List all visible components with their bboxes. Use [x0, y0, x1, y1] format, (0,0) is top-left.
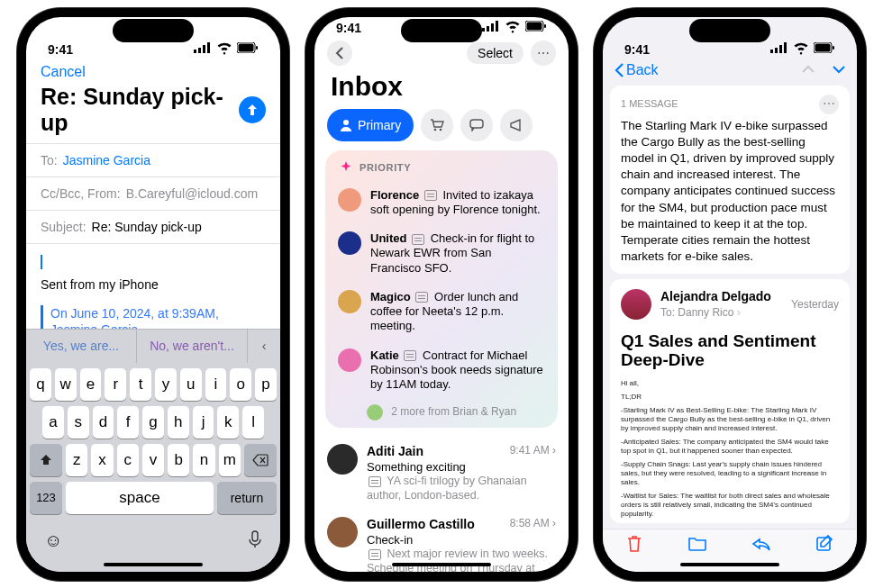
subject-field[interactable]: Subject: Re: Sunday pick-up — [26, 210, 280, 243]
to-field[interactable]: To: Jasmine Garcia — [26, 143, 280, 176]
back-label: Back — [626, 62, 659, 78]
status-indicators — [482, 17, 547, 35]
predictive-bar: Yes, we are... No, we aren't... ‹ — [26, 329, 280, 363]
key-d[interactable]: d — [93, 406, 114, 439]
cancel-button[interactable]: Cancel — [41, 64, 86, 80]
screen: 9:41 Back 1 MESSAGE — [603, 17, 857, 572]
emoji-key[interactable]: ☺ — [44, 530, 62, 552]
delete-button[interactable] — [625, 534, 643, 557]
backspace-key[interactable] — [244, 444, 277, 476]
compose-body[interactable]: Sent from my iPhone On June 10, 2024, at… — [26, 243, 280, 329]
home-indicator[interactable] — [680, 563, 779, 566]
predictions-collapse[interactable]: ‹ — [248, 330, 280, 363]
message-count: 1 MESSAGE — [621, 97, 678, 111]
key-l[interactable]: l — [242, 406, 264, 439]
key-m[interactable]: m — [219, 444, 241, 476]
key-w[interactable]: w — [55, 368, 77, 401]
cellular-icon — [194, 39, 212, 57]
key-f[interactable]: f — [117, 406, 139, 439]
prediction-0[interactable]: Yes, we are... — [26, 330, 137, 363]
svg-rect-10 — [491, 23, 494, 32]
key-e[interactable]: e — [80, 368, 102, 401]
compose-button[interactable] — [815, 534, 835, 557]
svg-rect-8 — [482, 28, 485, 32]
key-r[interactable]: r — [105, 368, 126, 401]
category-transactions[interactable] — [421, 109, 453, 141]
key-s[interactable]: s — [68, 406, 89, 439]
more-button[interactable]: ⋯ — [531, 41, 556, 66]
priority-more[interactable]: 2 more from Brian & Ryan — [336, 399, 547, 421]
key-o[interactable]: o — [230, 368, 251, 401]
avatar — [327, 444, 358, 475]
numbers-key[interactable]: 123 — [30, 482, 62, 514]
return-key[interactable]: return — [217, 482, 277, 514]
key-y[interactable]: y — [155, 368, 177, 401]
priority-row[interactable]: Magico Order lunch and coffee for Neeta'… — [336, 283, 547, 341]
key-q[interactable]: q — [30, 368, 51, 401]
cart-icon — [430, 119, 444, 131]
priority-row[interactable]: United Check-in for flight to Newark EWR… — [336, 224, 547, 283]
key-v[interactable]: v — [142, 444, 164, 476]
priority-row[interactable]: Katie Contract for Michael Robinson's bo… — [336, 341, 547, 400]
body-line: TL;DR — [621, 393, 839, 402]
sender-name: Alejandra Delgado — [660, 288, 771, 305]
back-button[interactable]: Back — [614, 62, 659, 78]
ccbcc-field[interactable]: Cc/Bcc, From: B.Careyful@icloud.com — [26, 176, 280, 210]
svg-rect-1 — [198, 48, 201, 53]
send-button[interactable] — [239, 96, 266, 123]
reply-icon — [751, 536, 771, 552]
space-key[interactable]: space — [66, 482, 214, 514]
key-k[interactable]: k — [217, 406, 239, 439]
message-item[interactable]: Aditi Jain 9:41 AM › Something exciting … — [327, 437, 556, 510]
priority-row[interactable]: Florence Invited to izakaya soft opening… — [336, 181, 547, 225]
to-value[interactable]: Danny Rico — [678, 306, 733, 319]
prediction-1[interactable]: No, we aren't... — [137, 330, 248, 363]
text-cursor — [41, 255, 42, 269]
home-indicator[interactable] — [392, 563, 491, 566]
category-promotions[interactable] — [500, 109, 533, 141]
prev-message-button[interactable] — [801, 62, 815, 78]
priority-card: PRIORITY Florence Invited to izakaya sof… — [325, 150, 558, 429]
key-c[interactable]: c — [117, 444, 139, 476]
sender-avatar[interactable] — [621, 289, 651, 320]
key-i[interactable]: i — [205, 368, 227, 401]
svg-point-15 — [343, 120, 349, 125]
category-primary-label: Primary — [358, 118, 401, 132]
body-line: Hi all, — [621, 379, 839, 388]
priority-name: United — [370, 231, 406, 245]
priority-sparkle-icon — [340, 161, 352, 174]
reply-button[interactable] — [751, 536, 771, 556]
to-label: To: — [41, 153, 58, 167]
key-b[interactable]: b — [168, 444, 189, 476]
dynamic-island — [113, 19, 194, 42]
key-t[interactable]: t — [130, 368, 151, 401]
screen: 9:41 Select ⋯ Inbox Primary — [314, 17, 569, 572]
key-a[interactable]: a — [42, 406, 64, 439]
key-j[interactable]: j — [193, 406, 214, 439]
priority-name: Florence — [370, 188, 419, 202]
key-g[interactable]: g — [142, 406, 164, 439]
key-u[interactable]: u — [180, 368, 202, 401]
status-time: 9:41 — [336, 21, 361, 35]
message-time: 8:58 AM › — [510, 517, 556, 533]
move-button[interactable] — [687, 536, 707, 556]
category-primary[interactable]: Primary — [327, 109, 414, 141]
select-button[interactable]: Select — [467, 42, 523, 64]
summary-more-button[interactable]: ⋯ — [819, 95, 839, 114]
key-p[interactable]: p — [255, 368, 277, 401]
dictation-key[interactable] — [248, 530, 262, 552]
home-indicator[interactable] — [104, 563, 203, 566]
from-value: B.Careyful@icloud.com — [126, 186, 259, 201]
key-z[interactable]: z — [66, 444, 87, 476]
chevron-left-icon — [335, 47, 344, 59]
category-updates[interactable] — [460, 109, 493, 141]
next-message-button[interactable] — [832, 62, 846, 78]
dynamic-island — [401, 19, 482, 42]
svg-rect-11 — [496, 21, 498, 32]
back-button[interactable] — [327, 41, 352, 66]
key-n[interactable]: n — [193, 444, 214, 476]
key-h[interactable]: h — [168, 406, 189, 439]
message-subject: Check-in — [367, 533, 556, 547]
key-x[interactable]: x — [91, 444, 113, 476]
shift-key[interactable] — [30, 444, 62, 476]
